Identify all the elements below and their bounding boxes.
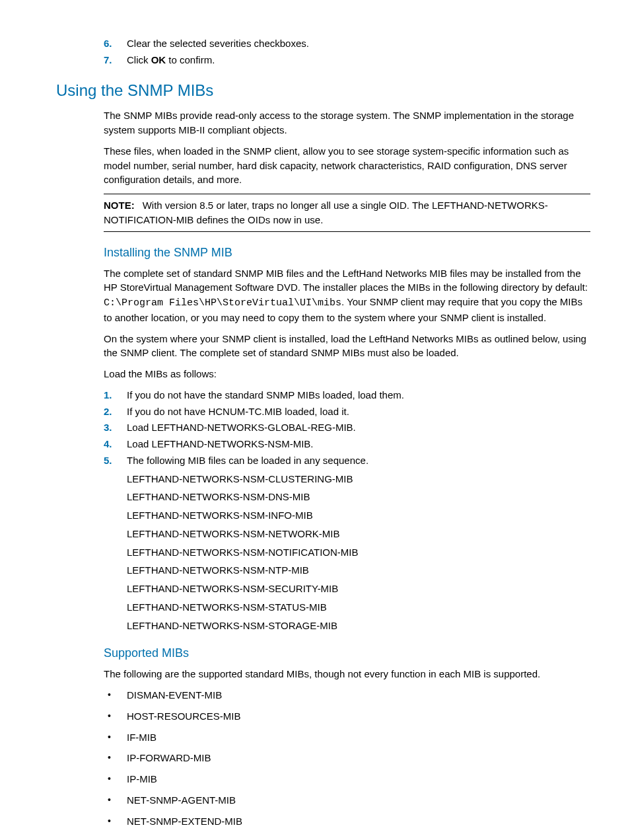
step-text: If you do not have the standard SNMP MIB… (127, 389, 404, 401)
supported-mib-item: NET-SNMP-EXTEND-MIB (104, 814, 590, 829)
step-6: 6. Clear the selected severities checkbo… (104, 36, 590, 51)
mib-file-item: LEFTHAND-NETWORKS-NSM-NTP-MIB (127, 563, 590, 578)
continuation-steps: 6. Clear the selected severities checkbo… (104, 36, 590, 67)
supported-intro: The following are the supported standard… (104, 667, 590, 681)
step-text: Clear the selected severities checkboxes… (127, 38, 309, 49)
step-text: The following MIB files can be loaded in… (127, 455, 368, 466)
step-text: If you do not have HCNUM-TC.MIB loaded, … (127, 406, 349, 417)
mib-file-list: LEFTHAND-NETWORKS-NSM-CLUSTERING-MIB LEF… (127, 472, 590, 633)
install-p1-pre: The complete set of standard SNMP MIB fi… (104, 268, 588, 293)
mib-file-item: LEFTHAND-NETWORKS-NSM-NOTIFICATION-MIB (127, 545, 590, 560)
step-number: 6. (104, 36, 112, 51)
supported-mib-item: NET-SNMP-AGENT-MIB (104, 793, 590, 808)
load-step-2: 2. If you do not have HCNUM-TC.MIB loade… (104, 404, 590, 419)
note-text: With version 8.5 or later, traps no long… (104, 200, 548, 225)
mib-file-item: LEFTHAND-NETWORKS-NSM-CLUSTERING-MIB (127, 472, 590, 486)
mib-file-item: LEFTHAND-NETWORKS-NSM-STATUS-MIB (127, 600, 590, 615)
load-step-5: 5. The following MIB files can be loaded… (104, 453, 590, 633)
mib-file-item: LEFTHAND-NETWORKS-NSM-SECURITY-MIB (127, 582, 590, 596)
note-box: NOTE:With version 8.5 or later, traps no… (104, 194, 590, 232)
note-label: NOTE: (104, 200, 135, 211)
step-number: 5. (104, 453, 112, 468)
subsection-supported-mibs: Supported MIBs (104, 644, 590, 662)
mib-file-item: LEFTHAND-NETWORKS-NSM-DNS-MIB (127, 490, 590, 504)
step-number: 1. (104, 388, 112, 402)
step-text-prefix: Click (127, 54, 151, 65)
install-path-code: C:\Program Files\HP\StoreVirtual\UI\mibs (104, 297, 341, 309)
ok-bold: OK (151, 54, 166, 65)
snmp-intro-para2: These files, when loaded in the SNMP cli… (104, 144, 590, 187)
load-steps: 1. If you do not have the standard SNMP … (104, 388, 590, 633)
supported-mib-item: IF-MIB (104, 730, 590, 745)
supported-mib-item: DISMAN-EVENT-MIB (104, 688, 590, 703)
mib-file-item: LEFTHAND-NETWORKS-NSM-STORAGE-MIB (127, 619, 590, 633)
step-7: 7. Click OK to confirm. (104, 53, 590, 67)
install-para3: Load the MIBs as follows: (104, 367, 590, 381)
step-text: Load LEFTHAND-NETWORKS-GLOBAL-REG-MIB. (127, 422, 356, 433)
section-heading-using-snmp-mibs: Using the SNMP MIBs (56, 79, 590, 102)
step-text: Load LEFTHAND-NETWORKS-NSM-MIB. (127, 438, 314, 449)
snmp-intro-para1: The SNMP MIBs provide read-only access t… (104, 108, 590, 137)
supported-mib-item: HOST-RESOURCES-MIB (104, 709, 590, 724)
subsection-installing-snmp-mib: Installing the SNMP MIB (104, 244, 590, 261)
mib-file-item: LEFTHAND-NETWORKS-NSM-INFO-MIB (127, 508, 590, 523)
supported-mibs-list: DISMAN-EVENT-MIB HOST-RESOURCES-MIB IF-M… (104, 688, 590, 828)
step-text-suffix: to confirm. (166, 54, 215, 65)
step-number: 7. (104, 53, 112, 67)
load-step-3: 3. Load LEFTHAND-NETWORKS-GLOBAL-REG-MIB… (104, 420, 590, 435)
step-number: 3. (104, 420, 112, 435)
load-step-1: 1. If you do not have the standard SNMP … (104, 388, 590, 402)
step-number: 4. (104, 437, 112, 451)
mib-file-item: LEFTHAND-NETWORKS-NSM-NETWORK-MIB (127, 527, 590, 541)
load-step-4: 4. Load LEFTHAND-NETWORKS-NSM-MIB. (104, 437, 590, 451)
install-para1: The complete set of standard SNMP MIB fi… (104, 266, 590, 325)
supported-mib-item: IP-FORWARD-MIB (104, 751, 590, 765)
install-para2: On the system where your SNMP client is … (104, 332, 590, 361)
step-number: 2. (104, 404, 112, 419)
supported-mib-item: IP-MIB (104, 772, 590, 786)
